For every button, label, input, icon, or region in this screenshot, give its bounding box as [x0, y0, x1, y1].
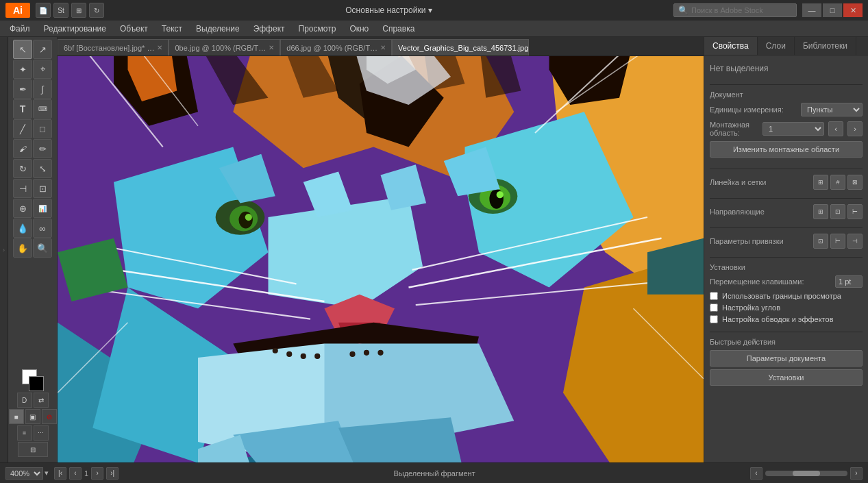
tab-d66-close[interactable]: ✕	[380, 44, 386, 51]
panel-tab-properties[interactable]: Свойства	[704, 37, 758, 55]
panel-tab-libraries[interactable]: Библиотеки	[795, 37, 856, 55]
none-mode-icon[interactable]: ⊘	[42, 409, 57, 424]
color-mode-icon[interactable]: ■	[9, 409, 24, 424]
rulers-row: Линейка и сетки ⊞ # ⊠	[710, 175, 863, 190]
tab-0be[interactable]: 0be.jpg @ 100% (RGB/Т… ✕	[169, 39, 280, 55]
default-colors-icon[interactable]: D	[17, 393, 32, 408]
guides-row: Направляющие ⊞ ⊡ ⊢	[710, 204, 863, 219]
keyboard-move-input[interactable]	[835, 275, 863, 288]
magic-wand-tool[interactable]: ✦	[13, 60, 32, 79]
tab-vector[interactable]: Vector_Graphics_Big_cats_456731.jpg @ 40…	[392, 39, 529, 55]
menu-effect[interactable]: Эффект	[247, 23, 292, 35]
new-doc-icon[interactable]: 📄	[36, 3, 51, 18]
maximize-button[interactable]: □	[823, 3, 842, 17]
sync-icon[interactable]: ↻	[89, 3, 104, 18]
canvas-area[interactable]	[58, 56, 704, 462]
status-text: Выделенный фрагмент	[124, 469, 745, 478]
extra-icon[interactable]: ⋯	[34, 425, 49, 441]
stroke-effects-checkbox[interactable]	[710, 315, 718, 323]
menu-view[interactable]: Просмотр	[292, 23, 343, 35]
selection-tool[interactable]: ↖	[13, 40, 32, 59]
line-tool[interactable]: ╱	[13, 119, 32, 138]
doc-params-btn[interactable]: Параметры документа	[710, 350, 863, 367]
zoom-tool[interactable]: 🔍	[33, 238, 52, 258]
scroll-right-btn[interactable]: ›	[850, 467, 863, 480]
prev-artboard-btn[interactable]: ‹	[828, 121, 843, 136]
next-artboard-btn[interactable]: ›	[847, 121, 863, 136]
arrange-icon[interactable]: ⊞	[71, 3, 86, 18]
artboard-select[interactable]: 1	[762, 122, 824, 136]
close-button[interactable]: ✕	[843, 3, 863, 17]
corner-angle-row: Настройка углов	[710, 304, 863, 312]
menu-edit[interactable]: Редактирование	[37, 23, 113, 35]
left-panel-collapse[interactable]: ›	[0, 37, 8, 462]
rectangle-tool[interactable]: □	[33, 119, 52, 138]
curvature-tool[interactable]: ∫	[33, 79, 52, 99]
menu-select[interactable]: Выделение	[189, 23, 247, 35]
gradient-mode-icon[interactable]: ▣	[25, 409, 40, 424]
scale-tool[interactable]: ⤡	[33, 159, 52, 178]
svg-point-52	[273, 348, 278, 354]
blend-tool[interactable]: ∞	[33, 219, 52, 238]
stock-search-box[interactable]: 🔍	[673, 3, 797, 17]
minimize-button[interactable]: —	[802, 3, 821, 17]
preferences-btn[interactable]: Установки	[710, 369, 863, 386]
tab-6bf[interactable]: 6bf [Восстановлен].jpg* … ✕	[58, 39, 169, 55]
guides-btn3[interactable]: ⊢	[847, 204, 863, 219]
menu-help[interactable]: Справка	[375, 23, 421, 35]
last-page-btn[interactable]: ›|	[106, 467, 119, 480]
direct-selection-tool[interactable]: ↗	[33, 40, 52, 59]
artboard-tool[interactable]: ⊟	[18, 442, 48, 457]
pen-tool[interactable]: ✒	[13, 79, 32, 99]
tab-0be-close[interactable]: ✕	[269, 44, 274, 51]
guides-btn2[interactable]: ⊡	[830, 204, 845, 219]
guides-btn1[interactable]: ⊞	[813, 204, 828, 219]
color-swatch-main[interactable]	[22, 369, 44, 391]
guides-section: Направляющие ⊞ ⊡ ⊢	[710, 204, 863, 219]
hand-tool[interactable]: ✋	[13, 238, 32, 258]
menu-file[interactable]: Файл	[3, 23, 37, 35]
lasso-tool[interactable]: ⌖	[33, 60, 52, 79]
paintbrush-tool[interactable]: 🖌	[13, 139, 32, 158]
shape-builder-tool[interactable]: ⊕	[13, 199, 32, 218]
units-select[interactable]: Пункты Пиксели Миллиметры	[801, 103, 863, 116]
ruler-btn[interactable]: ⊞	[813, 175, 828, 190]
tab-6bf-close[interactable]: ✕	[157, 44, 162, 51]
bridge-icon[interactable]: St	[53, 3, 69, 18]
scroll-track[interactable]	[765, 471, 847, 476]
swap-colors-icon[interactable]: ⇄	[34, 393, 49, 408]
grid-btn[interactable]: #	[830, 175, 845, 190]
menu-text[interactable]: Текст	[155, 23, 189, 35]
rotate-tool[interactable]: ↻	[13, 159, 32, 178]
menu-object[interactable]: Объект	[113, 23, 155, 35]
tool-row-transform: ↻ ⤡	[13, 159, 52, 178]
prev-page-btn[interactable]: ‹	[69, 467, 82, 480]
type-tool[interactable]: T	[13, 99, 32, 119]
zoom-control: 400% 200% 100% 50% ▾	[5, 467, 49, 480]
change-artboard-btn[interactable]: Изменить монтажные области	[710, 141, 863, 158]
menu-window[interactable]: Окно	[343, 23, 375, 35]
settings-section: Установки Перемещение клавишами: Использ…	[710, 263, 863, 323]
tab-d66[interactable]: d66.jpg @ 100% (RGB/Т… ✕	[280, 39, 392, 55]
panel-tab-layers[interactable]: Слои	[758, 37, 795, 55]
snap-btn2[interactable]: ⊢	[830, 234, 845, 249]
touch-type-tool[interactable]: ⌨	[33, 99, 52, 119]
corner-angle-checkbox[interactable]	[710, 304, 718, 312]
stroke-weight-icon[interactable]: ≡	[17, 425, 32, 441]
snap-row: Параметры привязки ⊡ ⊢ ⊣	[710, 234, 863, 249]
perspective-btn[interactable]: ⊠	[847, 175, 863, 190]
width-tool[interactable]: ⊣	[13, 179, 32, 198]
chart-tool[interactable]: 📊	[33, 199, 52, 218]
scroll-left-btn[interactable]: ‹	[750, 467, 762, 480]
background-color[interactable]	[29, 376, 44, 391]
next-page-btn[interactable]: ›	[91, 467, 103, 480]
free-transform-tool[interactable]: ⊡	[33, 179, 52, 198]
eyedropper-tool[interactable]: 💧	[13, 219, 32, 238]
snap-btn3[interactable]: ⊣	[847, 234, 863, 249]
first-page-btn[interactable]: |‹	[54, 467, 66, 480]
stock-search-input[interactable]	[691, 6, 787, 14]
pencil-tool[interactable]: ✏	[33, 139, 52, 158]
use-preview-bounds-checkbox[interactable]	[710, 292, 718, 300]
snap-btn1[interactable]: ⊡	[813, 234, 828, 249]
zoom-select[interactable]: 400% 200% 100% 50%	[5, 467, 43, 480]
